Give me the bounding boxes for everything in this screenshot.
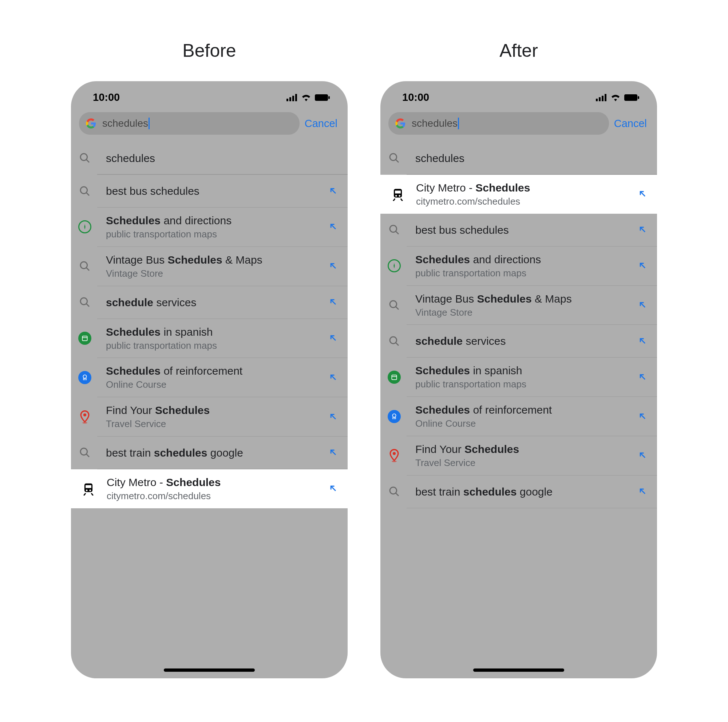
cancel-button[interactable]: Cancel — [305, 118, 340, 130]
svg-rect-19 — [82, 336, 87, 341]
phone-mockup-before: 10:00 schedules Cancel schedulesbest bus… — [71, 81, 348, 678]
svg-line-44 — [396, 159, 399, 162]
svg-point-52 — [390, 225, 397, 232]
search-input[interactable]: schedules — [388, 112, 609, 135]
svg-line-62 — [640, 339, 645, 343]
suggestion-row[interactable]: best train schedules google — [407, 476, 657, 508]
svg-point-24 — [83, 413, 86, 416]
suggestion-text: schedules — [415, 151, 648, 165]
suggestion-row[interactable]: Schedules and directionspublic transport… — [97, 208, 348, 247]
suggestion-text: Find Your SchedulesTravel Service — [415, 442, 629, 469]
svg-point-60 — [390, 337, 397, 344]
arrow-up-left-icon[interactable] — [328, 186, 339, 197]
arrow-up-left-icon[interactable] — [328, 221, 339, 232]
psychology-icon — [388, 410, 401, 423]
svg-marker-55 — [393, 263, 395, 269]
arrow-up-left-icon[interactable] — [637, 486, 648, 497]
arrow-up-left-icon[interactable] — [328, 261, 339, 272]
suggestion-title: Schedules and directions — [415, 252, 629, 266]
suggestion-title: schedules — [106, 151, 339, 165]
arrow-up-left-icon[interactable] — [328, 483, 339, 494]
suggestion-row[interactable]: schedules — [97, 142, 348, 175]
svg-point-68 — [393, 452, 396, 455]
suggestion-text: best bus schedules — [415, 223, 629, 237]
arrow-up-left-icon[interactable] — [637, 336, 648, 347]
suggestion-row[interactable]: Vintage Bus Schedules & MapsVintage Stor… — [407, 286, 657, 325]
svg-rect-46 — [395, 191, 401, 194]
suggestion-title: Schedules in spanish — [415, 363, 629, 378]
svg-line-49 — [393, 199, 395, 201]
arrow-up-left-icon[interactable] — [637, 372, 648, 382]
svg-line-56 — [640, 263, 645, 268]
cancel-button[interactable]: Cancel — [614, 118, 649, 130]
arrow-up-left-icon[interactable] — [637, 300, 648, 311]
cellular-icon — [596, 94, 607, 101]
svg-point-27 — [80, 448, 87, 455]
arrow-up-left-icon[interactable] — [637, 224, 648, 235]
status-time: 10:00 — [93, 92, 120, 103]
status-bar: 10:00 — [380, 81, 657, 110]
calendar-icon — [388, 371, 401, 384]
suggestion-row[interactable]: Find Your SchedulesTravel Service — [407, 436, 657, 476]
svg-line-14 — [86, 268, 89, 271]
search-icon — [78, 151, 91, 165]
suggestion-row[interactable]: Schedules in spanishpublic transportatio… — [407, 358, 657, 397]
svg-line-61 — [396, 343, 399, 346]
suggestion-row[interactable]: schedule services — [97, 286, 348, 319]
home-indicator[interactable] — [164, 668, 255, 672]
svg-line-70 — [640, 453, 645, 458]
home-indicator[interactable] — [473, 668, 564, 672]
suggestion-row[interactable]: best bus schedules — [97, 175, 348, 208]
arrow-up-left-icon[interactable] — [637, 188, 648, 199]
svg-point-22 — [83, 375, 86, 378]
suggestion-subtitle: Online Course — [106, 379, 319, 391]
suggestion-row[interactable]: Schedules in spanishpublic transportatio… — [97, 319, 348, 358]
suggestion-row[interactable]: Vintage Bus Schedules & MapsVintage Stor… — [97, 247, 348, 286]
suggestion-title: Vintage Bus Schedules & Maps — [415, 292, 629, 306]
status-icons — [596, 94, 639, 101]
suggestion-row[interactable]: best bus schedules — [407, 214, 657, 246]
svg-line-7 — [86, 159, 89, 162]
svg-point-69 — [392, 461, 397, 462]
status-time: 10:00 — [402, 92, 429, 103]
arrow-up-left-icon[interactable] — [328, 372, 339, 383]
suggestion-text: City Metro - Schedulescitymetro.com/sche… — [107, 475, 319, 502]
search-icon — [78, 185, 91, 198]
suggestion-row[interactable]: Schedules and directionspublic transport… — [407, 246, 657, 286]
suggestion-list-after: schedulesCity Metro - Schedulescitymetro… — [380, 142, 657, 508]
svg-rect-3 — [295, 94, 297, 101]
arrow-up-left-icon[interactable] — [637, 260, 648, 271]
wifi-icon — [610, 94, 621, 101]
search-input[interactable]: schedules — [79, 112, 300, 135]
svg-rect-0 — [286, 99, 288, 101]
suggestion-row[interactable]: Find Your SchedulesTravel Service — [97, 397, 348, 436]
arrow-up-left-icon[interactable] — [328, 411, 339, 422]
suggestion-subtitle: citymetro.com/schedules — [416, 196, 629, 208]
arrow-up-left-icon[interactable] — [637, 411, 648, 422]
arrow-up-left-icon[interactable] — [328, 333, 339, 344]
svg-point-47 — [395, 195, 397, 197]
before-heading: Before — [182, 40, 236, 61]
arrow-up-left-icon[interactable] — [328, 297, 339, 307]
suggestion-row[interactable]: schedules — [407, 142, 657, 175]
arrow-up-left-icon[interactable] — [328, 447, 339, 458]
svg-line-17 — [86, 304, 89, 307]
search-icon — [78, 296, 91, 309]
svg-marker-11 — [84, 224, 85, 230]
suggestion-row[interactable]: Schedules of reinforcementOnline Course — [407, 397, 657, 436]
suggestion-row[interactable]: City Metro - Schedulescitymetro.com/sche… — [380, 175, 657, 214]
suggestion-text: Find Your SchedulesTravel Service — [106, 403, 319, 430]
status-bar: 10:00 — [71, 81, 348, 110]
svg-rect-42 — [638, 96, 639, 99]
suggestion-row[interactable]: Schedules of reinforcementOnline Course — [97, 358, 348, 397]
suggestion-text: Schedules of reinforcementOnline Course — [415, 403, 629, 430]
suggestion-row[interactable]: City Metro - Schedulescitymetro.com/sche… — [71, 469, 348, 508]
svg-line-51 — [640, 192, 645, 197]
arrow-up-left-icon[interactable] — [637, 450, 648, 461]
svg-line-10 — [331, 188, 336, 193]
suggestion-title: best bus schedules — [415, 223, 629, 237]
suggestion-row[interactable]: schedule services — [407, 325, 657, 358]
suggestion-list-before: schedulesbest bus schedulesSchedules and… — [71, 142, 348, 508]
suggestion-text: City Metro - Schedulescitymetro.com/sche… — [416, 180, 629, 208]
suggestion-row[interactable]: best train schedules google — [97, 436, 348, 469]
